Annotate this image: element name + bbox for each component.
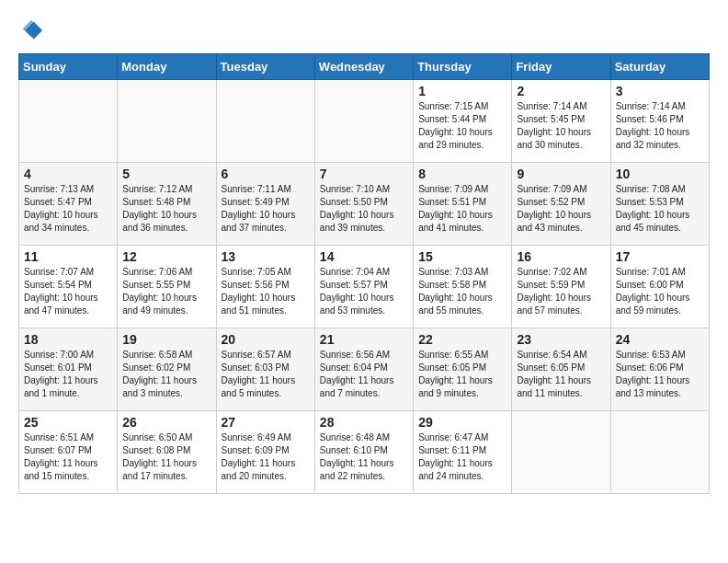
day-number: 10: [616, 167, 704, 181]
calendar-cell: [512, 411, 610, 494]
calendar-week-row: 18Sunrise: 7:00 AMSunset: 6:01 PMDayligh…: [19, 328, 710, 411]
day-number: 7: [320, 167, 408, 181]
day-number: 14: [320, 249, 408, 264]
day-info: Sunrise: 6:49 AMSunset: 6:09 PMDaylight:…: [222, 431, 310, 483]
day-number: 29: [418, 415, 506, 430]
day-info: Sunrise: 6:54 AMSunset: 6:05 PMDaylight:…: [517, 349, 605, 400]
calendar-cell: 4Sunrise: 7:13 AMSunset: 5:47 PMDaylight…: [19, 163, 118, 246]
day-info: Sunrise: 7:14 AMSunset: 5:46 PMDaylight:…: [616, 100, 704, 152]
calendar-cell: 1Sunrise: 7:15 AMSunset: 5:44 PMDaylight…: [414, 80, 512, 163]
day-info: Sunrise: 6:53 AMSunset: 6:06 PMDaylight:…: [616, 349, 704, 400]
day-number: 12: [122, 249, 210, 264]
day-info: Sunrise: 7:11 AMSunset: 5:49 PMDaylight:…: [222, 183, 310, 235]
weekday-header-wednesday: Wednesday: [314, 54, 413, 80]
day-number: 4: [24, 167, 112, 181]
calendar-cell: 18Sunrise: 7:00 AMSunset: 6:01 PMDayligh…: [19, 328, 118, 411]
calendar-cell: 28Sunrise: 6:48 AMSunset: 6:10 PMDayligh…: [314, 411, 413, 494]
day-info: Sunrise: 7:09 AMSunset: 5:51 PMDaylight:…: [418, 183, 506, 235]
day-info: Sunrise: 6:56 AMSunset: 6:04 PMDaylight:…: [320, 349, 408, 400]
weekday-header-thursday: Thursday: [414, 54, 512, 80]
calendar-cell: 3Sunrise: 7:14 AMSunset: 5:46 PMDaylight…: [610, 80, 709, 163]
day-number: 3: [616, 84, 704, 98]
calendar-cell: 15Sunrise: 7:03 AMSunset: 5:58 PMDayligh…: [414, 246, 512, 328]
calendar-cell: 19Sunrise: 6:58 AMSunset: 6:02 PMDayligh…: [118, 328, 216, 411]
day-info: Sunrise: 6:58 AMSunset: 6:02 PMDaylight:…: [122, 349, 210, 400]
calendar-cell: 27Sunrise: 6:49 AMSunset: 6:09 PMDayligh…: [216, 411, 314, 494]
day-info: Sunrise: 6:51 AMSunset: 6:07 PMDaylight:…: [24, 431, 112, 483]
day-number: 9: [517, 167, 605, 181]
day-number: 21: [320, 332, 408, 347]
calendar-cell: 16Sunrise: 7:02 AMSunset: 5:59 PMDayligh…: [512, 246, 610, 328]
calendar-cell: [610, 411, 709, 494]
weekday-header-friday: Friday: [512, 54, 610, 80]
calendar-cell: [314, 80, 413, 163]
day-info: Sunrise: 7:08 AMSunset: 5:53 PMDaylight:…: [616, 183, 704, 235]
day-number: 27: [222, 415, 310, 430]
day-number: 15: [418, 249, 506, 264]
calendar-cell: 2Sunrise: 7:14 AMSunset: 5:45 PMDaylight…: [512, 80, 610, 163]
day-number: 6: [222, 167, 310, 181]
day-number: 11: [24, 249, 112, 264]
day-number: 22: [418, 332, 506, 347]
weekday-header-tuesday: Tuesday: [216, 54, 314, 80]
day-number: 2: [517, 84, 605, 98]
calendar-cell: 25Sunrise: 6:51 AMSunset: 6:07 PMDayligh…: [19, 411, 118, 494]
day-number: 8: [418, 167, 506, 181]
page-header: [18, 18, 710, 44]
day-info: Sunrise: 7:04 AMSunset: 5:57 PMDaylight:…: [320, 266, 408, 317]
day-info: Sunrise: 7:14 AMSunset: 5:45 PMDaylight:…: [517, 100, 605, 152]
logo-icon: [18, 18, 44, 44]
calendar-cell: 11Sunrise: 7:07 AMSunset: 5:54 PMDayligh…: [19, 246, 118, 328]
calendar-cell: 7Sunrise: 7:10 AMSunset: 5:50 PMDaylight…: [314, 163, 413, 246]
calendar-week-row: 25Sunrise: 6:51 AMSunset: 6:07 PMDayligh…: [19, 411, 710, 494]
day-info: Sunrise: 7:12 AMSunset: 5:48 PMDaylight:…: [122, 183, 210, 235]
day-number: 25: [24, 415, 112, 430]
calendar-cell: 14Sunrise: 7:04 AMSunset: 5:57 PMDayligh…: [314, 246, 413, 328]
calendar-cell: 8Sunrise: 7:09 AMSunset: 5:51 PMDaylight…: [414, 163, 512, 246]
day-info: Sunrise: 6:48 AMSunset: 6:10 PMDaylight:…: [320, 431, 408, 483]
calendar-cell: 12Sunrise: 7:06 AMSunset: 5:55 PMDayligh…: [118, 246, 216, 328]
calendar-cell: [216, 80, 314, 163]
day-info: Sunrise: 7:09 AMSunset: 5:52 PMDaylight:…: [517, 183, 605, 235]
day-info: Sunrise: 7:03 AMSunset: 5:58 PMDaylight:…: [418, 266, 506, 317]
day-number: 5: [122, 167, 210, 181]
day-number: 24: [616, 332, 704, 347]
weekday-header-monday: Monday: [118, 54, 216, 80]
calendar-cell: 26Sunrise: 6:50 AMSunset: 6:08 PMDayligh…: [118, 411, 216, 494]
calendar-cell: 21Sunrise: 6:56 AMSunset: 6:04 PMDayligh…: [314, 328, 413, 411]
calendar-cell: 13Sunrise: 7:05 AMSunset: 5:56 PMDayligh…: [216, 246, 314, 328]
calendar-cell: 5Sunrise: 7:12 AMSunset: 5:48 PMDaylight…: [118, 163, 216, 246]
calendar-week-row: 1Sunrise: 7:15 AMSunset: 5:44 PMDaylight…: [19, 80, 710, 163]
weekday-header-saturday: Saturday: [610, 54, 709, 80]
day-number: 18: [24, 332, 112, 347]
day-number: 28: [320, 415, 408, 430]
calendar-table: SundayMondayTuesdayWednesdayThursdayFrid…: [18, 53, 710, 494]
weekday-header-sunday: Sunday: [19, 54, 118, 80]
calendar-week-row: 11Sunrise: 7:07 AMSunset: 5:54 PMDayligh…: [19, 246, 710, 328]
logo: [18, 18, 48, 44]
day-number: 23: [517, 332, 605, 347]
calendar-cell: 23Sunrise: 6:54 AMSunset: 6:05 PMDayligh…: [512, 328, 610, 411]
day-info: Sunrise: 6:50 AMSunset: 6:08 PMDaylight:…: [122, 431, 210, 483]
day-number: 20: [222, 332, 310, 347]
calendar-cell: 10Sunrise: 7:08 AMSunset: 5:53 PMDayligh…: [610, 163, 709, 246]
calendar-week-row: 4Sunrise: 7:13 AMSunset: 5:47 PMDaylight…: [19, 163, 710, 246]
calendar-cell: 6Sunrise: 7:11 AMSunset: 5:49 PMDaylight…: [216, 163, 314, 246]
calendar-cell: 20Sunrise: 6:57 AMSunset: 6:03 PMDayligh…: [216, 328, 314, 411]
day-info: Sunrise: 7:01 AMSunset: 6:00 PMDaylight:…: [616, 266, 704, 317]
day-number: 19: [122, 332, 210, 347]
calendar-cell: [19, 80, 118, 163]
day-info: Sunrise: 6:57 AMSunset: 6:03 PMDaylight:…: [222, 349, 310, 400]
calendar-cell: 9Sunrise: 7:09 AMSunset: 5:52 PMDaylight…: [512, 163, 610, 246]
day-info: Sunrise: 7:00 AMSunset: 6:01 PMDaylight:…: [24, 349, 112, 400]
day-info: Sunrise: 7:13 AMSunset: 5:47 PMDaylight:…: [24, 183, 112, 235]
day-info: Sunrise: 7:05 AMSunset: 5:56 PMDaylight:…: [222, 266, 310, 317]
calendar-cell: 17Sunrise: 7:01 AMSunset: 6:00 PMDayligh…: [610, 246, 709, 328]
day-number: 16: [517, 249, 605, 264]
calendar-header: SundayMondayTuesdayWednesdayThursdayFrid…: [19, 54, 710, 80]
day-number: 26: [122, 415, 210, 430]
calendar-cell: [118, 80, 216, 163]
day-number: 13: [222, 249, 310, 264]
day-info: Sunrise: 7:10 AMSunset: 5:50 PMDaylight:…: [320, 183, 408, 235]
day-info: Sunrise: 6:47 AMSunset: 6:11 PMDaylight:…: [418, 431, 506, 483]
